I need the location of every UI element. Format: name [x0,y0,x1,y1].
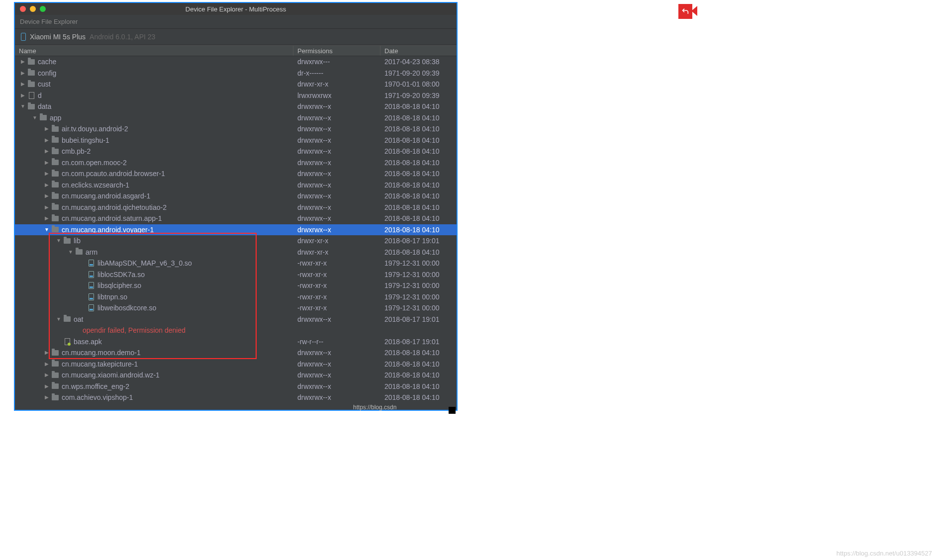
chevron-right-icon[interactable]: ▶ [43,123,51,135]
permissions-label: drwxrwx--x [293,123,380,135]
device-selector[interactable]: Xiaomi MI 5s Plus Android 6.0.1, API 23 [15,29,457,45]
tree-row[interactable]: base.apk-rw-r--r--2018-08-17 19:01 [15,336,457,348]
file-name-label: cn.mucang.xiaomi.android.wz-1 [62,370,160,381]
chevron-right-icon[interactable]: ▶ [43,392,51,403]
folder-icon [51,383,60,389]
tree-row[interactable]: ▶custdrwxr-xr-x1970-01-01 08:00 [15,79,457,90]
tree-row[interactable]: ▼libdrwxr-xr-x2018-08-17 19:01 [15,235,457,247]
permissions-label: drwxr-xr-x [293,79,380,90]
tree-row[interactable]: ▶cn.mucang.android.saturn.app-1drwxrwx--… [15,213,457,224]
chevron-right-icon[interactable]: ▶ [19,90,27,101]
tree-row[interactable]: libsqlcipher.so-rwxr-xr-x1979-12-31 00:0… [15,280,457,291]
tree-row[interactable]: ▶cn.mucang.android.qichetoutiao-2drwxrwx… [15,202,457,213]
date-label: 2018-08-18 04:10 [380,381,457,392]
chevron-right-icon[interactable]: ▶ [43,135,51,146]
tree-row[interactable]: ▶cn.com.pcauto.android.browser-1drwxrwx-… [15,168,457,180]
chevron-right-icon[interactable]: ▶ [19,56,27,68]
chevron-right-icon[interactable]: ▶ [19,79,27,90]
zoom-icon[interactable] [40,6,46,12]
device-name: Xiaomi MI 5s Plus [30,33,86,41]
chevron-right-icon[interactable]: ▶ [43,370,51,381]
chevron-down-icon[interactable]: ▼ [31,112,39,124]
file-name-label: bubei.tingshu-1 [62,135,109,146]
tree-row[interactable]: ▼oatdrwxrwx--x2018-08-17 19:01 [15,314,457,325]
tree-row[interactable]: libweibosdkcore.so-rwxr-xr-x1979-12-31 0… [15,302,457,314]
file-name-label: libAMapSDK_MAP_v6_3_0.so [97,258,192,269]
file-name-label: cn.mucang.android.qichetoutiao-2 [62,202,167,213]
chevron-down-icon[interactable]: ▼ [55,314,63,325]
file-tree[interactable]: ▶cachedrwxrwx---2017-04-23 08:38▶configd… [15,56,457,403]
file-name-label: cust [38,79,51,90]
date-label: 2018-08-18 04:10 [380,168,457,180]
permissions-label: drwxrwx--x [293,392,380,403]
tree-row[interactable]: ▶cn.eclicks.wzsearch-1drwxrwx--x2018-08-… [15,180,457,191]
folder-icon [51,361,60,367]
file-icon [87,260,95,267]
tree-row[interactable]: libtnpn.so-rwxr-xr-x1979-12-31 00:00 [15,291,457,303]
file-name-label: liblocSDK7a.so [97,269,145,280]
date-label: 1979-12-31 00:00 [380,302,457,314]
device-file-explorer-window: Device File Explorer - MultiProcess Devi… [14,2,458,411]
file-name-label: cmb.pb-2 [62,146,91,157]
permissions-label: drwxrwx--x [293,190,380,202]
tree-row[interactable]: ▶com.achievo.vipshop-1drwxrwx--x2018-08-… [15,392,457,403]
permissions-label: drwxrwx--x [293,135,380,146]
chevron-right-icon[interactable]: ▶ [43,190,51,202]
tree-row[interactable]: ▼armdrwxr-xr-x2018-08-18 04:10 [15,247,457,258]
date-label: 2018-08-18 04:10 [380,224,457,236]
tree-row[interactable]: ▶cn.wps.moffice_eng-2drwxrwx--x2018-08-1… [15,381,457,392]
tree-row[interactable]: ▼appdrwxrwx--x2018-08-18 04:10 [15,112,457,124]
tree-row[interactable]: ▶bubei.tingshu-1drwxrwx--x2018-08-18 04:… [15,135,457,146]
tree-row[interactable]: libAMapSDK_MAP_v6_3_0.so-rwxr-xr-x1979-1… [15,258,457,269]
resize-cursor [449,407,456,414]
chevron-down-icon[interactable]: ▼ [55,235,63,247]
permissions-label: -rwxr-xr-x [293,280,380,291]
tree-row[interactable]: ▶cmb.pb-2drwxrwx--x2018-08-18 04:10 [15,146,457,157]
chevron-right-icon[interactable]: ▶ [43,157,51,169]
tree-row[interactable]: ▶configdr-x------1971-09-20 09:39 [15,68,457,79]
file-name-label: libtnpn.so [97,291,127,303]
tree-row[interactable]: liblocSDK7a.so-rwxr-xr-x1979-12-31 00:00 [15,269,457,280]
titlebar[interactable]: Device File Explorer - MultiProcess [15,3,457,15]
folder-icon [63,316,72,322]
minimize-icon[interactable] [30,6,36,12]
chevron-right-icon[interactable]: ▶ [19,68,27,79]
permissions-label: drwxrwx--x [293,101,380,112]
tree-row[interactable]: ▶cn.mucang.android.asgard-1drwxrwx--x201… [15,190,457,202]
chevron-right-icon[interactable]: ▶ [43,359,51,370]
tree-row[interactable]: ▶cn.mucang.xiaomi.android.wz-1drwxrwx--x… [15,370,457,381]
file-name-label: data [38,101,51,112]
permissions-label: drwxr-xr-x [293,235,380,247]
chevron-right-icon[interactable]: ▶ [43,213,51,224]
folder-icon [51,126,60,132]
chevron-right-icon[interactable]: ▶ [43,146,51,157]
column-date[interactable]: Date [380,46,457,56]
chevron-right-icon[interactable]: ▶ [43,168,51,180]
date-label: 2018-08-18 04:10 [380,190,457,202]
tree-row[interactable]: ▼datadrwxrwx--x2018-08-18 04:10 [15,101,457,112]
chevron-right-icon[interactable]: ▶ [43,381,51,392]
chevron-right-icon[interactable]: ▶ [43,202,51,213]
close-icon[interactable] [20,6,26,12]
tree-row[interactable]: ▼cn.mucang.android.voyager-1drwxrwx--x20… [15,224,457,236]
tree-row[interactable]: ▶cachedrwxrwx---2017-04-23 08:38 [15,56,457,68]
tree-row[interactable]: ▶cn.mucang.takepicture-1drwxrwx--x2018-0… [15,359,457,370]
tree-row[interactable]: ▶air.tv.douyu.android-2drwxrwx--x2018-08… [15,123,457,135]
file-name-label: app [50,112,61,124]
chevron-right-icon[interactable]: ▶ [43,180,51,191]
chevron-down-icon[interactable]: ▼ [19,101,27,112]
chevron-down-icon[interactable]: ▼ [43,224,51,236]
tree-row[interactable]: ▶dlrwxrwxrwx1971-09-20 09:39 [15,90,457,101]
permissions-label: drwxrwx--x [293,168,380,180]
permissions-label: drwxr-xr-x [293,247,380,258]
column-permissions[interactable]: Permissions [293,46,380,56]
file-name-label: cn.mucang.android.asgard-1 [62,190,150,202]
tree-row[interactable]: ▶cn.mucang.moon.demo-1drwxrwx--x2018-08-… [15,347,457,359]
return-marker[interactable] [678,4,692,19]
folder-icon [51,182,60,187]
column-name[interactable]: Name [15,46,293,56]
tree-row[interactable]: ▶cn.com.open.mooc-2drwxrwx--x2018-08-18 … [15,157,457,169]
chevron-right-icon[interactable]: ▶ [43,347,51,359]
chevron-down-icon[interactable]: ▼ [67,247,75,258]
permissions-label: drwxrwx--x [293,146,380,157]
